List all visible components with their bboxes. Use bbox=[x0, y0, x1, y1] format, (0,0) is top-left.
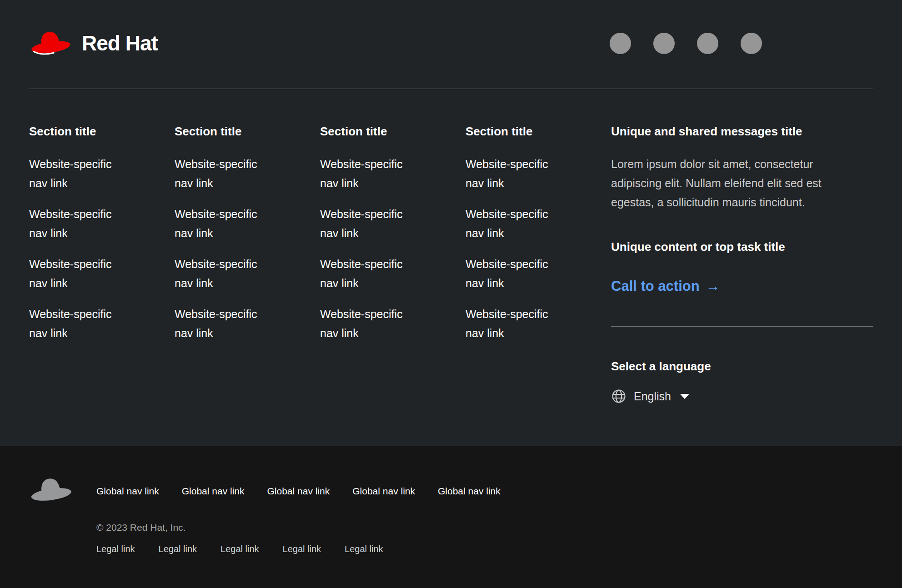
call-to-action-label: Call to action bbox=[611, 278, 700, 294]
messages-body: Lorem ipsum dolor sit amet, consectetur … bbox=[611, 154, 847, 212]
nav-link[interactable]: Website-specific nav link bbox=[320, 204, 420, 243]
nav-link[interactable]: Website-specific nav link bbox=[466, 254, 566, 293]
nav-link[interactable]: Website-specific nav link bbox=[29, 254, 129, 293]
nav-link[interactable]: Website-specific nav link bbox=[320, 254, 420, 293]
nav-link[interactable]: Website-specific nav link bbox=[175, 304, 275, 343]
nav-column-2: Section title Website-specific nav link … bbox=[175, 124, 320, 404]
nav-column-1: Section title Website-specific nav link … bbox=[29, 124, 175, 404]
global-footer-content: Global nav link Global nav link Global n… bbox=[96, 474, 501, 554]
nav-link[interactable]: Website-specific nav link bbox=[29, 154, 129, 193]
chevron-down-icon bbox=[680, 394, 689, 399]
header-divider bbox=[29, 89, 873, 89]
social-icon-placeholder-4[interactable] bbox=[741, 33, 762, 54]
red-hat-footer: Red Hat Section title Website-specific n… bbox=[0, 0, 902, 588]
info-column: Unique and shared messages title Lorem i… bbox=[611, 124, 873, 404]
nav-column-3: Section title Website-specific nav link … bbox=[320, 124, 466, 404]
footer-main-section: Red Hat Section title Website-specific n… bbox=[0, 0, 902, 446]
global-nav-link[interactable]: Global nav link bbox=[267, 486, 330, 497]
legal-nav: Legal link Legal link Legal link Legal l… bbox=[96, 544, 501, 554]
legal-link[interactable]: Legal link bbox=[96, 544, 135, 554]
legal-link[interactable]: Legal link bbox=[220, 544, 259, 554]
legal-link[interactable]: Legal link bbox=[345, 544, 383, 554]
global-footer: Global nav link Global nav link Global n… bbox=[0, 446, 902, 588]
global-nav-link[interactable]: Global nav link bbox=[352, 486, 415, 497]
nav-link[interactable]: Website-specific nav link bbox=[320, 304, 420, 343]
nav-link[interactable]: Website-specific nav link bbox=[320, 154, 420, 193]
section-title: Section title bbox=[320, 124, 466, 139]
nav-link[interactable]: Website-specific nav link bbox=[466, 304, 566, 343]
globe-icon bbox=[611, 389, 626, 404]
global-nav-link[interactable]: Global nav link bbox=[96, 486, 159, 497]
legal-link[interactable]: Legal link bbox=[283, 544, 321, 554]
info-divider bbox=[611, 326, 873, 327]
red-hat-logo[interactable]: Red Hat bbox=[29, 29, 158, 58]
nav-column-4: Section title Website-specific nav link … bbox=[466, 124, 611, 404]
nav-link[interactable]: Website-specific nav link bbox=[29, 304, 129, 343]
nav-link[interactable]: Website-specific nav link bbox=[175, 254, 275, 293]
section-title: Section title bbox=[466, 124, 611, 139]
social-icons bbox=[610, 33, 762, 54]
language-title: Select a language bbox=[611, 359, 873, 374]
global-nav-link[interactable]: Global nav link bbox=[182, 486, 245, 497]
arrow-right-icon: → bbox=[706, 278, 720, 294]
nav-link[interactable]: Website-specific nav link bbox=[175, 204, 275, 243]
social-icon-placeholder-3[interactable] bbox=[697, 33, 718, 54]
gray-fedora-icon bbox=[29, 475, 73, 506]
social-icon-placeholder-1[interactable] bbox=[610, 33, 631, 54]
nav-link[interactable]: Website-specific nav link bbox=[466, 204, 566, 243]
nav-link[interactable]: Website-specific nav link bbox=[175, 154, 275, 193]
global-nav: Global nav link Global nav link Global n… bbox=[96, 486, 501, 497]
section-title: Section title bbox=[29, 124, 175, 139]
brand-row: Red Hat bbox=[29, 29, 873, 58]
messages-title: Unique and shared messages title bbox=[611, 124, 873, 139]
social-icon-placeholder-2[interactable] bbox=[653, 33, 675, 54]
call-to-action-link[interactable]: Call to action → bbox=[611, 278, 720, 294]
top-task-title: Unique content or top task title bbox=[611, 239, 873, 254]
brand-wordmark: Red Hat bbox=[82, 31, 158, 55]
footer-columns: Section title Website-specific nav link … bbox=[29, 124, 873, 404]
nav-link[interactable]: Website-specific nav link bbox=[466, 154, 566, 193]
nav-link[interactable]: Website-specific nav link bbox=[29, 204, 129, 243]
language-value: English bbox=[634, 390, 671, 403]
language-selector[interactable]: English bbox=[611, 389, 689, 404]
section-title: Section title bbox=[175, 124, 320, 139]
global-nav-link[interactable]: Global nav link bbox=[438, 486, 501, 497]
legal-link[interactable]: Legal link bbox=[159, 544, 197, 554]
copyright-notice: © 2023 Red Hat, Inc. bbox=[96, 522, 501, 533]
red-hat-fedora-icon bbox=[29, 29, 72, 58]
